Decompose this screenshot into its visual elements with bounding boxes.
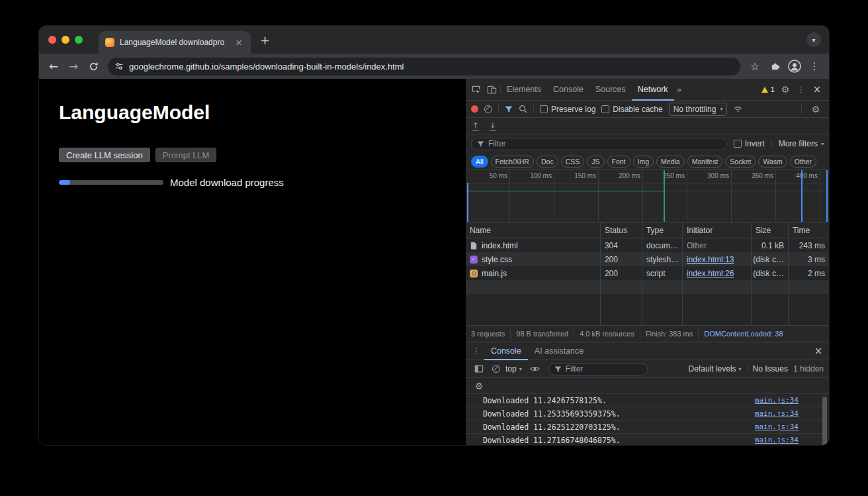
column-header-initiator[interactable]: Initiator	[683, 223, 752, 238]
column-header-type[interactable]: Type	[642, 223, 683, 238]
network-overview-timeline[interactable]: 50 ms 100 ms 150 ms 200 ms 250 ms 300 ms…	[466, 170, 829, 223]
hidden-messages-count[interactable]: 1 hidden	[793, 364, 824, 373]
message-source-link[interactable]: main.js:34	[755, 422, 799, 431]
profile-avatar[interactable]	[785, 57, 804, 75]
invert-checkbox[interactable]: Invert	[734, 139, 765, 148]
chip-font[interactable]: Font	[607, 156, 630, 168]
throttling-value: No throttling	[673, 105, 716, 114]
network-summary-bar: 3 requests 98 B transferred 4.0 kB resou…	[466, 325, 829, 342]
drawer-tab-console[interactable]: Console	[484, 342, 528, 360]
more-tabs-icon[interactable]: »	[674, 85, 685, 95]
import-har-icon[interactable]: ↓	[490, 122, 496, 130]
record-network-log-icon[interactable]	[471, 105, 478, 113]
throttling-select[interactable]: No throttling ▾	[669, 103, 728, 116]
chip-wasm[interactable]: Wasm	[758, 156, 787, 168]
no-issues-label[interactable]: No Issues	[753, 364, 788, 373]
chip-media[interactable]: Media	[656, 156, 685, 168]
table-row[interactable]: ✓ style.css 200 stylesh… index.html:13 (…	[466, 252, 829, 266]
levels-value: Default levels	[689, 364, 736, 373]
bookmark-star-icon[interactable]: ☆	[746, 57, 764, 75]
tab-elements[interactable]: Elements	[501, 79, 547, 101]
initiator-link[interactable]: index.html:13	[687, 255, 734, 264]
back-icon[interactable]: ←	[44, 57, 63, 75]
console-filter-field[interactable]	[566, 364, 642, 373]
chip-js[interactable]: JS	[587, 156, 604, 168]
message-source-link[interactable]: main.js:34	[755, 409, 799, 418]
timeline-ruler-line	[466, 183, 829, 183]
tab-close-icon[interactable]: ×	[234, 37, 244, 48]
tab-search-button[interactable]: ▾	[806, 32, 821, 47]
request-name: style.css	[482, 255, 512, 264]
more-filters-dropdown[interactable]: More filters ▾	[779, 139, 824, 148]
chip-img[interactable]: Img	[633, 156, 654, 168]
create-llm-session-button[interactable]: Create LLM session	[59, 148, 150, 162]
network-filter-field[interactable]	[488, 139, 721, 148]
export-har-icon[interactable]: ↑	[472, 122, 479, 130]
table-row[interactable]: {} main.js 200 script index.html:26 (dis…	[466, 266, 829, 280]
tab-network[interactable]: Network	[632, 79, 674, 101]
initiator-link[interactable]: index.html:26	[687, 269, 734, 278]
console-filter-input[interactable]	[548, 363, 648, 375]
table-row[interactable]: index.html 304 docum… Other 0.1 kB 243 m…	[466, 238, 829, 252]
message-source-link[interactable]: main.js:34	[755, 396, 799, 405]
clear-network-log-icon[interactable]	[484, 105, 492, 113]
column-header-name[interactable]: Name	[466, 223, 601, 238]
forward-icon[interactable]: →	[64, 57, 83, 75]
clear-console-icon[interactable]	[492, 365, 500, 373]
domcontentloaded-marker	[801, 170, 803, 222]
drawer-tab-ai-assistance[interactable]: AI assistance	[528, 342, 590, 360]
devtools-close-icon[interactable]: ×	[809, 81, 825, 97]
network-search-icon[interactable]	[519, 105, 527, 113]
console-messages: Downloaded 11.24267578125%. main.js:34 D…	[466, 394, 829, 446]
request-type-chips: All Fetch/XHR Doc CSS JS Font Img Media …	[466, 153, 829, 170]
browser-toolbar: ← → googlechrome.github.io/samples/downl…	[39, 54, 829, 79]
chip-socket[interactable]: Socket	[725, 156, 756, 168]
chip-all[interactable]: All	[471, 156, 488, 168]
zoom-window-button[interactable]	[75, 36, 83, 44]
issues-warning[interactable]: 1	[759, 85, 777, 93]
address-bar[interactable]: googlechrome.github.io/samples/downloadi…	[108, 58, 740, 75]
devtools-settings-icon[interactable]: ⚙	[777, 81, 793, 97]
minimize-window-button[interactable]	[62, 36, 69, 44]
message-source-link[interactable]: main.js:34	[755, 436, 799, 444]
tab-sources[interactable]: Sources	[589, 79, 632, 101]
chip-doc[interactable]: Doc	[537, 156, 558, 168]
browser-tab[interactable]: LanguageModel downloadpro ×	[99, 31, 251, 54]
filter-toggle-icon[interactable]	[505, 105, 513, 113]
browser-menu-icon[interactable]: ⋮	[805, 57, 824, 75]
drawer-close-icon[interactable]: ×	[810, 343, 826, 359]
close-window-button[interactable]	[48, 36, 56, 44]
preserve-log-checkbox[interactable]: Preserve log	[540, 105, 595, 114]
chip-other[interactable]: Other	[790, 156, 816, 168]
disable-cache-checkbox[interactable]: Disable cache	[601, 105, 662, 114]
console-message: Downloaded 11.25335693359375%. main.js:3…	[466, 407, 829, 421]
device-toolbar-icon[interactable]	[484, 81, 500, 97]
log-levels-select[interactable]: Default levels ▾	[689, 364, 742, 373]
request-time: 3 ms	[789, 252, 829, 266]
chip-fetch-xhr[interactable]: Fetch/XHR	[491, 156, 534, 168]
site-info-icon[interactable]	[114, 62, 124, 71]
drawer-menu-icon[interactable]: ⋮	[468, 343, 484, 359]
inspect-element-icon[interactable]	[468, 81, 484, 97]
chip-manifest[interactable]: Manifest	[687, 156, 723, 168]
devtools-menu-icon[interactable]: ⋮	[793, 81, 809, 97]
column-header-size[interactable]: Size	[752, 223, 789, 238]
stylesheet-file-icon: ✓	[470, 256, 478, 264]
reload-icon[interactable]	[84, 57, 103, 75]
console-context-select[interactable]: top ▾	[505, 364, 522, 373]
new-tab-button[interactable]: +	[251, 33, 279, 47]
tab-favicon-icon	[105, 38, 114, 47]
tab-console[interactable]: Console	[547, 79, 589, 101]
column-header-status[interactable]: Status	[601, 223, 642, 238]
console-sidebar-icon[interactable]	[471, 361, 487, 377]
console-scrollbar[interactable]	[822, 397, 827, 446]
network-filter-input[interactable]	[471, 138, 727, 150]
chip-css[interactable]: CSS	[561, 156, 585, 168]
network-settings-icon[interactable]: ⚙	[808, 101, 824, 117]
request-time: 2 ms	[789, 266, 829, 280]
console-settings-icon[interactable]: ⚙	[471, 378, 487, 394]
column-header-time[interactable]: Time	[789, 223, 829, 238]
live-expression-eye-icon[interactable]	[527, 361, 543, 377]
extensions-icon[interactable]	[765, 57, 784, 75]
network-conditions-icon[interactable]	[733, 104, 743, 114]
